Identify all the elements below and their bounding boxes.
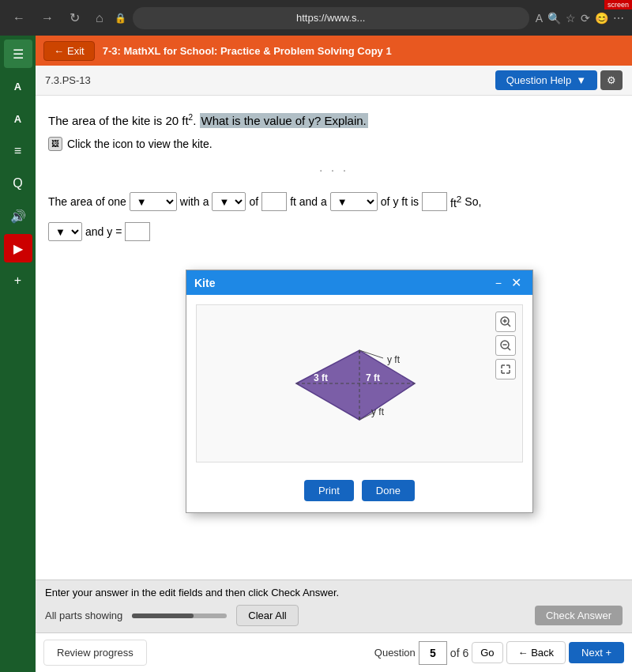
dropdown-3[interactable]: ▼ [330,192,378,211]
forward-button[interactable]: → [36,8,58,28]
kite-popup-title: Kite [194,277,215,289]
print-button[interactable]: Print [304,480,354,501]
svg-text:y ft: y ft [371,406,385,417]
review-progress-button[interactable]: Review progress [43,640,147,666]
app-container: ☰ A A ≡ Q 🔊 ▶ + ← Exit 7-3: MathXL for S… [0,36,632,672]
input-field-1[interactable] [261,192,287,211]
eq-prefix: The area of one [48,190,126,214]
exit-label: Exit [67,45,85,57]
sidebar-icon-video[interactable]: ▶ [4,234,32,262]
back-button[interactable]: ← [8,8,30,28]
exit-button[interactable]: ← Exit [43,41,95,61]
question-help-label: Question Help [506,74,571,86]
main-content: ← Exit 7-3: MathXL for School: Practice … [36,36,632,672]
zoom-controls [495,311,516,379]
bottom-bar: Enter your answer in the edit fields and… [36,580,632,632]
bottom-bar-controls: All parts showing Clear All Check Answer [45,605,623,626]
sidebar-menu-icon[interactable]: ☰ [4,40,32,68]
zoom-in-button[interactable] [495,311,516,332]
svg-text:3 ft: 3 ft [314,372,328,383]
question-text-part1: The area of the kite is 20 ft [48,114,189,127]
svg-text:y ft: y ft [387,354,401,365]
url-bar[interactable] [133,7,529,29]
kite-popup: Kite − ✕ [186,270,533,513]
svg-text:7 ft: 7 ft [366,372,380,383]
check-answer-button[interactable]: Check Answer [535,606,623,625]
of-label: of 6 [450,647,468,659]
question-highlighted: What is the value of y? Explain. [200,113,368,128]
question-number-input[interactable] [419,641,447,665]
input-field-3[interactable] [125,222,150,241]
sidebar-icon-a2[interactable]: A [4,104,32,133]
zoom-out-button[interactable] [495,335,516,356]
sidebar: ☰ A A ≡ Q 🔊 ▶ + [0,36,36,672]
view-kite-icon[interactable]: 🖼 [48,137,62,151]
click-icon-line: 🖼 Click the icon to view the kite. [48,137,619,151]
eq-so: So, [465,190,481,214]
all-parts-label: All parts showing [45,610,122,621]
eq-of-y-ft-is: of y ft is [381,190,419,214]
svg-line-6 [508,348,511,351]
footer-nav: Review progress Question of 6 Go ← Back … [36,632,632,672]
kite-diagram-area: y ft 3 ft 7 ft y ft [196,304,523,462]
exit-icon: ← [54,45,64,57]
star-icon: ☆ [566,12,576,25]
bottom-bar-instruction: Enter your answer in the edit fields and… [45,587,623,598]
browser-bar: ← → ↻ ⌂ 🔒 A 🔍 ☆ ⟳ 😊 ⋯ screen [0,0,632,36]
input-field-2[interactable] [422,192,447,211]
svg-line-3 [508,324,511,327]
clear-all-button[interactable]: Clear All [236,605,298,626]
screen-label: screen [604,0,632,9]
dropdown-2[interactable]: ▼ [212,192,246,211]
divider-dots: · · · [48,164,619,178]
sidebar-icon-search[interactable]: Q [4,169,32,198]
search-icon: 🔍 [547,12,561,25]
eq-ft-and-a: ft and a [290,190,327,214]
sidebar-icon-a1[interactable]: A [4,72,32,100]
profile-icon: 😊 [595,12,608,25]
expand-button[interactable] [495,359,516,379]
sidebar-icon-audio[interactable]: 🔊 [4,202,32,230]
dropdown-1[interactable]: ▼ [130,192,177,211]
done-button[interactable]: Done [362,480,415,501]
eq-ft-sup: ft2 [450,189,461,215]
question-help-arrow: ▼ [576,74,586,86]
question-text: The area of the kite is 20 ft2. What is … [48,111,619,130]
sidebar-icon-add[interactable]: + [4,266,32,295]
popup-minimize-button[interactable]: − [492,277,505,289]
click-icon-label: Click the icon to view the kite. [67,138,213,150]
progress-fill [132,613,194,618]
dropdown-4[interactable]: ▼ [48,222,82,241]
question-id: 7.3.PS-13 [45,74,91,86]
back-button-nav[interactable]: ← Back [506,641,566,664]
nav-title: 7-3: MathXL for School: Practice & Probl… [103,45,392,57]
progress-bar [132,613,227,618]
question-label: Question [374,647,416,659]
question-nav: Question of 6 Go ← Back Next + [374,641,624,665]
go-button[interactable]: Go [472,642,502,663]
question-help-button[interactable]: Question Help ▼ [495,70,597,90]
browser-icons: A 🔍 ☆ ⟳ 😊 ⋯ [536,12,624,25]
kite-svg: y ft 3 ft 7 ft y ft [249,319,470,449]
question-text-part2: . [193,114,199,127]
instruction-text: Enter your answer in the edit fields and… [45,587,339,598]
top-nav: ← Exit 7-3: MathXL for School: Practice … [36,36,632,66]
kite-popup-header: Kite − ✕ [186,270,532,295]
reload-button[interactable]: ↻ [65,7,85,28]
eq-with-a: with a [180,190,209,214]
home-button[interactable]: ⌂ [91,8,108,28]
extension-icon: ⟳ [581,12,590,25]
question-body: The area of the kite is 20 ft2. What is … [36,96,632,580]
sidebar-icon-list[interactable]: ≡ [4,137,32,165]
question-header: 7.3.PS-13 Question Help ▼ ⚙ [36,66,632,96]
font-icon: A [536,12,543,25]
equation-line-2: ▼ and y = [48,220,619,244]
eq-of: of [249,190,258,214]
menu-icon[interactable]: ⋯ [613,12,624,25]
next-button[interactable]: Next + [569,642,624,663]
equation-line-1: The area of one ▼ with a ▼ of ft and a ▼… [48,189,619,215]
kite-popup-footer: Print Done [186,472,532,512]
eq-and-y-equals: and y = [85,220,122,244]
settings-button[interactable]: ⚙ [600,70,623,90]
popup-close-button[interactable]: ✕ [508,275,525,290]
